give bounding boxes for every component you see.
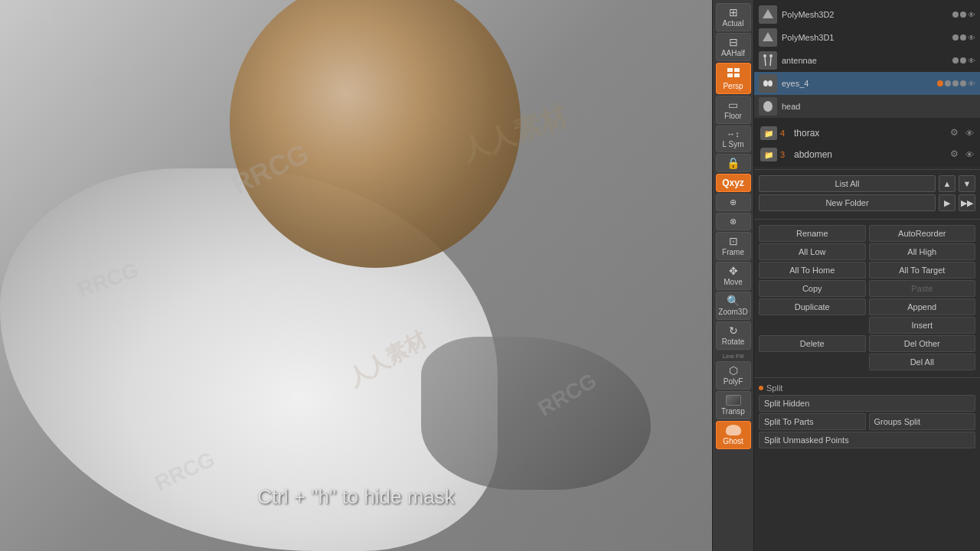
tool-frame[interactable]: ⊡ Frame <box>716 232 751 260</box>
gear-btn-abdomen[interactable]: ⚙ <box>950 148 962 161</box>
subtool-dot-9 <box>960 80 966 86</box>
subtool-polymesh3d2[interactable]: PolyMesh3D2 👁 <box>754 3 980 26</box>
tool-ghost[interactable]: Ghost <box>716 421 751 449</box>
subtool-controls-2: 👁 <box>952 57 975 65</box>
tool-polyf[interactable]: ⬡ PolyF <box>716 361 751 390</box>
tool-move[interactable]: ✥ Move <box>716 262 751 290</box>
split-toparts-btn[interactable]: Split To Parts <box>759 413 866 430</box>
folder-name-abdomen: abdomen <box>794 149 947 160</box>
del-other-btn[interactable]: Del Other <box>869 335 976 352</box>
split-unmasked-btn[interactable]: Split Unmasked Points <box>759 432 975 448</box>
divider-3 <box>754 377 980 378</box>
list-all-btn[interactable]: List All <box>759 175 936 192</box>
subtool-dot-4 <box>952 57 959 64</box>
gear-btn-thorax[interactable]: ⚙ <box>950 127 962 139</box>
del-all-btn[interactable]: Del All <box>869 354 976 370</box>
listall-row: List All ▲ ▼ <box>759 175 975 192</box>
tool-xyz[interactable]: Qxyz <box>716 174 751 192</box>
rename-row: Rename AutoReorder <box>759 225 975 242</box>
tool-floor[interactable]: ▭ Floor <box>716 96 751 124</box>
delete-row: Delete Del Other <box>759 335 975 352</box>
subtool-head[interactable]: head <box>754 95 980 118</box>
subtool-thumb-head <box>759 97 777 116</box>
subtool-thumb-polymesh3d2 <box>759 5 777 24</box>
tool-persp[interactable]: Persp <box>716 63 751 94</box>
svg-point-10 <box>763 80 768 86</box>
tool-aahalf[interactable]: ⊟ AAHalf <box>716 33 751 61</box>
menu-section: Rename AutoReorder All Low All High All … <box>754 222 980 375</box>
arrow-right-btn[interactable]: ▶ <box>939 194 956 211</box>
subtool-dot-5 <box>960 57 966 64</box>
paste-btn[interactable]: Paste <box>869 280 976 297</box>
svg-rect-3 <box>734 73 740 77</box>
folder-name-thorax: thorax <box>794 128 947 139</box>
svg-point-9 <box>769 54 773 57</box>
all-to-target-btn[interactable]: All To Target <box>869 262 976 279</box>
folder-icon-thorax: 📁 <box>760 126 777 140</box>
subtool-name-polymesh3d1: PolyMesh3D1 <box>782 33 948 42</box>
subtool-dot-2 <box>952 34 959 41</box>
split-groups-row: Split To Parts Groups Split <box>759 413 975 432</box>
folder-icon-abdomen: 📁 <box>760 148 777 161</box>
tool-lsym[interactable]: ↔↕ L Sym <box>716 126 751 152</box>
split-hidden-btn[interactable]: Split Hidden <box>759 395 975 412</box>
frame-icon: ⊡ <box>729 236 738 246</box>
insert-btn[interactable]: Insert <box>869 317 976 334</box>
expand-icon-abdomen[interactable]: 👁 <box>965 150 974 159</box>
subtool-thumb-antennae <box>759 51 777 70</box>
subtool-eyes4[interactable]: eyes_4 👁 <box>754 72 980 95</box>
copy-btn[interactable]: Copy <box>759 280 866 297</box>
subtool-thumb-polymesh3d1 <box>759 28 777 47</box>
folder-section: 📁 4 thorax ⚙ 👁 📁 3 abdomen ⚙ 👁 <box>754 121 980 167</box>
folder-abdomen[interactable]: 📁 3 abdomen ⚙ 👁 <box>759 144 975 165</box>
delall-row: Del All <box>759 354 975 370</box>
subtool-dot-7 <box>945 80 951 86</box>
left-toolbar: ⊞ Actual ⊟ AAHalf Persp ▭ Floor ↔↕ L Sym… <box>712 0 754 551</box>
lock-icon: 🔒 <box>727 158 740 168</box>
tool-rotate[interactable]: ↻ Rotate <box>716 321 751 350</box>
subtool-antennae[interactable]: antennae 👁 <box>754 49 980 72</box>
tool-transp[interactable]: Transp <box>716 391 751 419</box>
eye-icon-3[interactable]: 👁 <box>968 80 975 88</box>
duplicate-row: Duplicate Append <box>759 298 975 315</box>
svg-point-11 <box>768 80 773 86</box>
tool-zoom3d[interactable]: 🔍 Zoom3D <box>716 292 751 320</box>
floor-icon: ▭ <box>728 99 738 110</box>
arrow-right2-btn[interactable]: ▶▶ <box>959 194 975 211</box>
main-viewport[interactable]: RRCG RRCG RRCG RRCG 人人素材 RRCG 人人素材 RRCG … <box>0 0 712 551</box>
folder-thorax[interactable]: 📁 4 thorax ⚙ 👁 <box>759 122 975 144</box>
split-section: Split Split Hidden Split To Parts Groups… <box>754 380 980 453</box>
subtool-name-polymesh3d2: PolyMesh3D2 <box>782 10 948 19</box>
tool-snap2[interactable]: ⊗ <box>716 213 751 230</box>
delete-btn[interactable]: Delete <box>759 335 866 352</box>
subtool-list: PolyMesh3D2 👁 PolyMesh3D1 👁 <box>754 0 980 121</box>
eye-icon-0[interactable]: 👁 <box>968 11 975 19</box>
persp-icon <box>726 67 741 80</box>
append-btn[interactable]: Append <box>869 298 976 315</box>
folder-number-thorax: 4 <box>780 129 791 138</box>
subtool-polymesh3d1[interactable]: PolyMesh3D1 👁 <box>754 26 980 49</box>
eye-icon-1[interactable]: 👁 <box>968 34 975 42</box>
arrow-up-btn[interactable]: ▲ <box>939 175 956 192</box>
arrow-down-btn[interactable]: ▼ <box>959 175 975 192</box>
all-high-btn[interactable]: All High <box>869 243 976 260</box>
autoreorder-btn[interactable]: AutoReorder <box>869 225 976 242</box>
all-to-home-btn[interactable]: All To Home <box>759 262 866 279</box>
all-low-btn[interactable]: All Low <box>759 243 866 260</box>
svg-rect-0 <box>727 68 733 72</box>
shortcut-hint: Ctrl + "h" to hide mask <box>257 485 455 509</box>
eye-icon-2[interactable]: 👁 <box>968 57 975 65</box>
tool-actual[interactable]: ⊞ Actual <box>716 3 751 31</box>
split-label: Split <box>759 383 975 393</box>
expand-icon-thorax[interactable]: 👁 <box>965 129 974 138</box>
alllow-row: All Low All High <box>759 243 975 260</box>
new-folder-btn[interactable]: New Folder <box>759 194 936 211</box>
tool-snap1[interactable]: ⊕ <box>716 194 751 211</box>
transp-icon <box>726 395 741 406</box>
watermark-1: RRCG <box>90 47 157 100</box>
duplicate-btn[interactable]: Duplicate <box>759 298 866 315</box>
tool-lock[interactable]: 🔒 <box>716 154 751 172</box>
rename-btn[interactable]: Rename <box>759 225 866 242</box>
groups-split-btn[interactable]: Groups Split <box>869 413 976 430</box>
svg-line-6 <box>765 57 766 66</box>
